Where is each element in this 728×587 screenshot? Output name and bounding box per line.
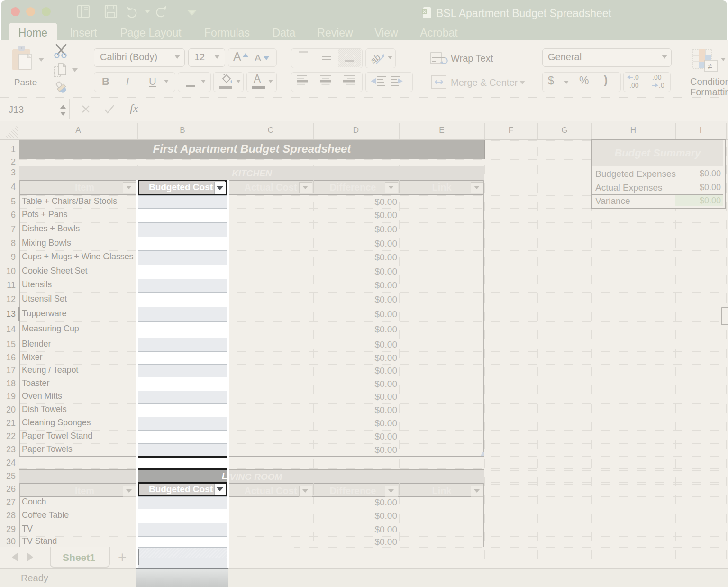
svg-text:≠: ≠ <box>708 62 712 71</box>
svg-text:.0: .0 <box>633 73 639 81</box>
svg-text:.00: .00 <box>629 82 639 89</box>
svg-text:ab: ab <box>370 52 382 65</box>
svg-text:.0: .0 <box>659 82 664 89</box>
svg-text:.00: .00 <box>652 73 662 81</box>
